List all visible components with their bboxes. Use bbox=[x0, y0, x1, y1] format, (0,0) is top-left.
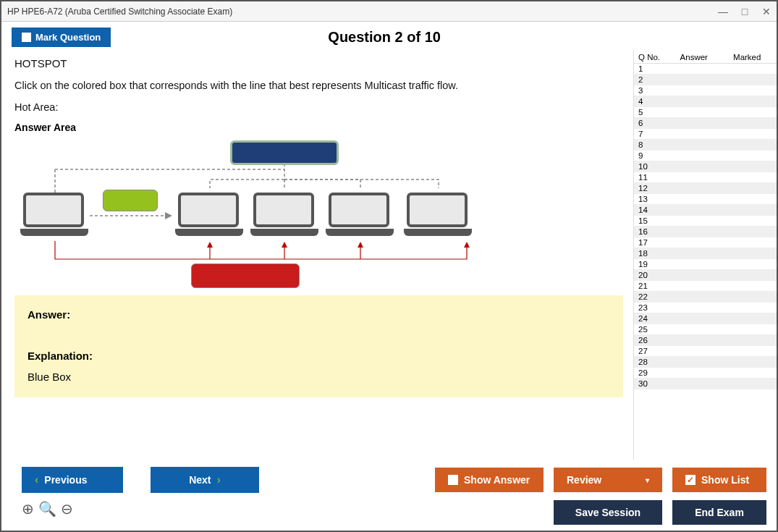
maximize-icon[interactable]: □ bbox=[740, 7, 749, 16]
svg-marker-3 bbox=[464, 242, 470, 248]
header-row: Mark Question Question 2 of 10 bbox=[1, 22, 777, 50]
close-icon[interactable]: ✕ bbox=[762, 7, 771, 16]
zoom-reset-icon[interactable]: 🔍 bbox=[38, 500, 56, 525]
mark-question-button[interactable]: Mark Question bbox=[12, 28, 111, 47]
chevron-right-icon: › bbox=[217, 473, 221, 486]
answer-heading: Answer: bbox=[28, 308, 610, 321]
list-row[interactable]: 7 bbox=[634, 129, 777, 140]
list-row[interactable]: 20 bbox=[634, 270, 777, 281]
footer-row1: ‹ Previous Next › Show Answer Review ▾ ✓… bbox=[1, 460, 777, 500]
list-row[interactable]: 3 bbox=[634, 85, 777, 96]
show-answer-label: Show Answer bbox=[464, 474, 530, 486]
col-qno: Q No. bbox=[638, 53, 667, 62]
list-row[interactable]: 24 bbox=[634, 313, 777, 324]
review-dropdown[interactable]: Review ▾ bbox=[554, 468, 662, 492]
explanation-heading: Explanation: bbox=[28, 350, 610, 362]
svg-marker-0 bbox=[207, 242, 213, 248]
list-row[interactable]: 19 bbox=[634, 259, 777, 270]
minimize-icon[interactable]: — bbox=[719, 7, 727, 16]
list-row[interactable]: 5 bbox=[634, 107, 777, 118]
next-button[interactable]: Next › bbox=[151, 467, 259, 493]
list-row[interactable]: 12 bbox=[634, 183, 777, 194]
red-box-hotspot[interactable] bbox=[191, 263, 300, 288]
titlebar: HP HPE6-A72 (Aruba Certified Switching A… bbox=[1, 1, 777, 22]
zoom-controls: ⊕ 🔍 ⊖ bbox=[22, 500, 73, 525]
list-header: Q No. Answer Marked bbox=[634, 50, 777, 64]
question-type: HOTSPOT bbox=[14, 57, 623, 69]
col-marked: Marked bbox=[721, 53, 774, 62]
arrow-icon bbox=[87, 208, 181, 223]
list-row[interactable]: 26 bbox=[634, 335, 777, 346]
col-answer: Answer bbox=[667, 53, 721, 62]
previous-label: Previous bbox=[44, 474, 87, 486]
list-body[interactable]: 1234567891011121314151617181920212223242… bbox=[634, 64, 777, 460]
hot-area-label: Hot Area: bbox=[14, 101, 623, 113]
list-row[interactable]: 23 bbox=[634, 303, 777, 313]
zoom-out-icon[interactable]: ⊖ bbox=[61, 500, 73, 525]
main-area: HOTSPOT Click on the colored box that co… bbox=[1, 50, 777, 460]
mark-question-label: Mark Question bbox=[35, 32, 101, 43]
list-row[interactable]: 27 bbox=[634, 346, 777, 357]
list-row[interactable]: 1 bbox=[634, 64, 777, 75]
checkbox-icon bbox=[448, 475, 458, 485]
answer-panel: Answer: Explanation: Blue Box bbox=[14, 295, 623, 397]
footer-row2: ⊕ 🔍 ⊖ Save Session End Exam bbox=[1, 500, 777, 531]
laptop-icon bbox=[175, 193, 242, 236]
list-row[interactable]: 17 bbox=[634, 237, 777, 248]
save-session-button[interactable]: Save Session bbox=[554, 500, 662, 525]
window-title: HP HPE6-A72 (Aruba Certified Switching A… bbox=[7, 7, 719, 17]
question-body: Click on the colored box that correspond… bbox=[14, 80, 623, 91]
list-row[interactable]: 28 bbox=[634, 357, 777, 368]
hotspot-diagram bbox=[14, 136, 623, 288]
svg-marker-2 bbox=[358, 242, 363, 248]
list-row[interactable]: 18 bbox=[634, 248, 777, 259]
list-row[interactable]: 14 bbox=[634, 205, 777, 216]
window-controls: — □ ✕ bbox=[719, 7, 771, 16]
end-exam-button[interactable]: End Exam bbox=[672, 500, 766, 525]
show-list-label: Show List bbox=[701, 474, 749, 486]
list-row[interactable]: 30 bbox=[634, 379, 777, 389]
question-text: HOTSPOT Click on the colored box that co… bbox=[14, 53, 623, 113]
show-list-button[interactable]: ✓ Show List bbox=[672, 468, 766, 492]
list-row[interactable]: 16 bbox=[634, 227, 777, 237]
checkbox-icon bbox=[22, 33, 31, 42]
explanation-body: Blue Box bbox=[28, 371, 610, 383]
list-row[interactable]: 2 bbox=[634, 75, 777, 85]
zoom-in-icon[interactable]: ⊕ bbox=[22, 500, 34, 525]
list-row[interactable]: 10 bbox=[634, 161, 777, 172]
list-row[interactable]: 6 bbox=[634, 118, 777, 129]
list-row[interactable]: 22 bbox=[634, 292, 777, 303]
list-row[interactable]: 9 bbox=[634, 151, 777, 161]
checkmark-icon: ✓ bbox=[685, 475, 695, 485]
laptop-icon bbox=[326, 193, 392, 236]
blue-box-hotspot[interactable] bbox=[230, 140, 339, 165]
answer-area-heading: Answer Area bbox=[14, 122, 623, 133]
question-list-panel: Q No. Answer Marked 12345678910111213141… bbox=[633, 50, 777, 460]
list-row[interactable]: 4 bbox=[634, 96, 777, 107]
chevron-left-icon: ‹ bbox=[35, 473, 38, 486]
app-window: HP HPE6-A72 (Aruba Certified Switching A… bbox=[0, 0, 778, 532]
show-answer-button[interactable]: Show Answer bbox=[435, 468, 544, 492]
question-pane: HOTSPOT Click on the colored box that co… bbox=[1, 50, 633, 460]
list-row[interactable]: 13 bbox=[634, 194, 777, 205]
save-session-label: Save Session bbox=[575, 507, 640, 518]
list-row[interactable]: 8 bbox=[634, 140, 777, 151]
list-row[interactable]: 15 bbox=[634, 216, 777, 227]
chevron-down-icon: ▾ bbox=[646, 476, 649, 484]
end-exam-label: End Exam bbox=[695, 507, 744, 518]
question-counter: Question 2 of 10 bbox=[111, 29, 658, 46]
list-row[interactable]: 11 bbox=[634, 172, 777, 183]
laptop-icon bbox=[404, 193, 470, 236]
laptop-icon bbox=[20, 193, 87, 236]
review-label: Review bbox=[567, 474, 601, 486]
list-row[interactable]: 29 bbox=[634, 368, 777, 379]
previous-button[interactable]: ‹ Previous bbox=[22, 467, 123, 493]
svg-marker-5 bbox=[165, 212, 172, 219]
svg-marker-1 bbox=[282, 242, 287, 248]
next-label: Next bbox=[189, 474, 211, 486]
list-row[interactable]: 21 bbox=[634, 281, 777, 292]
list-row[interactable]: 25 bbox=[634, 324, 777, 335]
laptop-icon bbox=[250, 193, 317, 236]
